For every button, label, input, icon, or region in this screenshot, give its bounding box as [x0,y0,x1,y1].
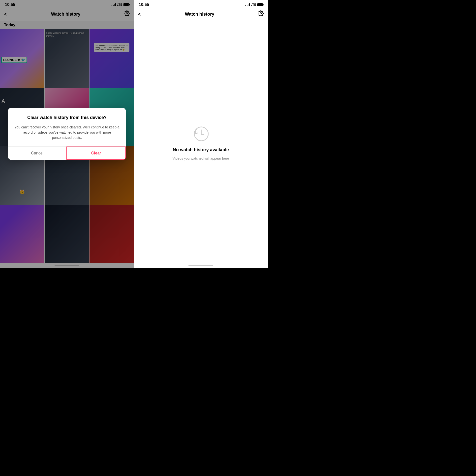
right-time: 10:55 [139,2,149,7]
right-settings-button[interactable] [258,10,264,18]
empty-state-subtitle: Videos you watched will appear here [173,156,229,160]
svg-point-1 [260,13,262,14]
right-home-bar [188,265,213,266]
signal-bars-right [245,3,250,6]
clear-button[interactable]: Clear [66,147,126,160]
dialog-overlay: Clear watch history from this device? Yo… [0,0,134,268]
empty-state-title: No watch history available [173,147,229,152]
dialog-title: Clear watch history from this device? [13,115,121,120]
right-phone: 10:55 LTE < Watch history [134,0,268,268]
cancel-button[interactable]: Cancel [8,147,66,160]
history-icon [191,123,211,143]
clear-history-dialog: Clear watch history from this device? Yo… [8,108,126,160]
empty-state: No watch history available Videos you wa… [134,21,268,263]
right-home-indicator [134,263,268,268]
right-status-bar: 10:55 LTE [134,0,268,8]
left-phone: 10:55 LTE < Watch history Today [0,0,134,268]
right-back-button[interactable]: < [138,11,141,18]
right-nav-bar: < Watch history [134,8,268,21]
battery-right [257,3,263,6]
right-page-title: Watch history [185,12,214,17]
lte-label-right: LTE [251,3,256,6]
right-status-icons: LTE [245,3,263,6]
dialog-buttons: Cancel Clear [8,146,126,160]
dialog-body: You can't recover your history once clea… [13,125,121,140]
